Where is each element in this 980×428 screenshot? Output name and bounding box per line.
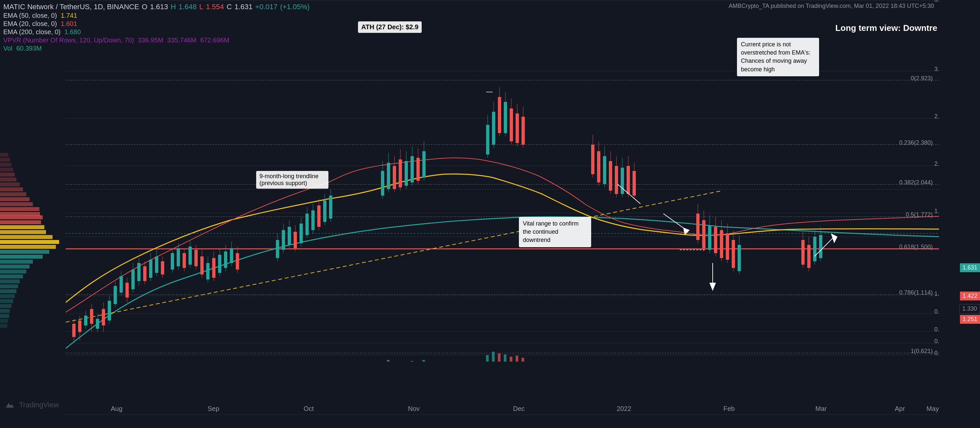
vpvr-svg xyxy=(0,0,66,415)
svg-rect-218 xyxy=(393,363,395,414)
svg-rect-192 xyxy=(155,375,158,414)
svg-rect-306 xyxy=(0,168,13,172)
vpvr-row: VPVR (Number Of Rows, 120, Up/Down, 70) … xyxy=(3,37,310,44)
svg-rect-248 xyxy=(807,372,810,414)
svg-rect-180 xyxy=(84,381,87,414)
svg-rect-205 xyxy=(236,379,239,414)
svg-rect-223 xyxy=(422,360,425,414)
svg-rect-179 xyxy=(78,386,81,414)
svg-rect-204 xyxy=(230,376,232,414)
svg-text:0.600: 0.600 xyxy=(934,350,939,356)
svg-rect-281 xyxy=(0,245,56,249)
svg-rect-311 xyxy=(0,220,41,224)
svg-rect-287 xyxy=(0,275,23,278)
svg-rect-198 xyxy=(194,379,197,414)
ohlc-high-label: H xyxy=(171,3,176,11)
svg-text:0.382(2.044): 0.382(2.044) xyxy=(899,179,933,186)
svg-text:0(2.923): 0(2.923) xyxy=(911,75,933,81)
svg-rect-208 xyxy=(288,375,290,414)
svg-marker-169 xyxy=(710,283,716,291)
svg-rect-243 xyxy=(720,372,722,414)
ohlc-close-label: C xyxy=(227,3,232,11)
svg-text:Apr: Apr xyxy=(895,405,905,412)
svg-rect-194 xyxy=(171,380,173,414)
tradingview-watermark: TradingView xyxy=(3,398,59,412)
ath-text: ATH (27 Dec): $2.9 xyxy=(361,23,418,30)
svg-rect-299 xyxy=(0,202,33,206)
svg-rect-279 xyxy=(0,235,52,239)
svg-rect-190 xyxy=(143,380,146,414)
chart-title: MATIC Network / TetherUS, 1D, BINANCE xyxy=(3,3,139,11)
svg-rect-215 xyxy=(329,371,332,414)
ohlc-low-label: L xyxy=(199,3,203,11)
svg-line-170 xyxy=(815,237,834,256)
vital-range-text: Vital range to confirm the continued dow… xyxy=(523,220,579,243)
svg-text:0.786(1.114): 0.786(1.114) xyxy=(899,289,933,296)
svg-text:1.100: 1.100 xyxy=(934,291,939,297)
ath-annotation: ATH (27 Dec): $2.9 xyxy=(358,21,422,33)
svg-rect-234 xyxy=(609,366,611,414)
svg-rect-210 xyxy=(299,374,302,414)
svg-text:2022: 2022 xyxy=(617,405,632,412)
svg-text:2.600: 2.600 xyxy=(934,113,939,120)
svg-rect-283 xyxy=(0,255,43,259)
svg-rect-199 xyxy=(200,381,203,414)
svg-rect-197 xyxy=(189,376,191,414)
svg-text:0.800: 0.800 xyxy=(934,326,939,333)
ema200-value: 1.680 xyxy=(64,28,81,35)
svg-rect-290 xyxy=(0,289,16,293)
svg-text:2.200: 2.200 xyxy=(934,160,939,167)
svg-text:1(0.621): 1(0.621) xyxy=(911,348,933,355)
vol-label: Vol xyxy=(3,45,13,52)
svg-text:Oct: Oct xyxy=(304,405,314,412)
svg-rect-188 xyxy=(131,375,134,414)
svg-rect-233 xyxy=(603,364,606,414)
svg-rect-206 xyxy=(276,377,278,414)
svg-rect-297 xyxy=(0,324,7,328)
vpvr-val3: 672.696M xyxy=(200,37,229,44)
svg-text:Sep: Sep xyxy=(208,405,220,412)
price-label-1251: 1.251 xyxy=(960,315,980,324)
svg-rect-282 xyxy=(0,250,49,254)
svg-rect-225 xyxy=(492,352,495,414)
svg-rect-240 xyxy=(702,369,705,414)
vol-value: 60.393M xyxy=(16,45,42,52)
tradingview-logo-icon xyxy=(3,398,16,412)
svg-rect-195 xyxy=(177,378,179,414)
svg-rect-209 xyxy=(294,378,296,414)
svg-text:Nov: Nov xyxy=(408,405,420,412)
svg-rect-285 xyxy=(0,265,30,268)
svg-rect-213 xyxy=(317,375,320,414)
svg-rect-228 xyxy=(510,357,512,414)
svg-rect-232 xyxy=(597,363,600,414)
svg-rect-304 xyxy=(0,177,16,182)
svg-rect-247 xyxy=(801,371,804,414)
ema20-row: EMA (20, close, 0) 1.601 xyxy=(3,20,310,28)
svg-rect-280 xyxy=(0,240,59,244)
svg-rect-226 xyxy=(498,353,501,414)
svg-rect-298 xyxy=(0,207,40,211)
ema200-label: EMA (200, close, 0) xyxy=(3,28,61,35)
longterm-annotation: Long term view: Downtre xyxy=(835,23,937,33)
svg-rect-184 xyxy=(108,380,110,414)
svg-text:Aug: Aug xyxy=(111,405,123,412)
svg-rect-227 xyxy=(504,355,506,414)
current-price-text: Current price is not overstretched from … xyxy=(741,41,811,73)
svg-rect-302 xyxy=(0,187,23,191)
svg-text:3.000: 3.000 xyxy=(934,66,939,72)
svg-text:Mar: Mar xyxy=(816,405,827,412)
svg-text:Dec: Dec xyxy=(513,405,525,412)
longterm-text: Long term view: Downtre xyxy=(835,23,937,33)
svg-rect-294 xyxy=(0,309,10,313)
svg-rect-291 xyxy=(0,294,15,298)
ohlc-change: +0.017 xyxy=(255,3,277,11)
svg-rect-295 xyxy=(0,314,9,318)
svg-rect-292 xyxy=(0,299,13,303)
svg-rect-278 xyxy=(0,230,46,234)
svg-line-21 xyxy=(66,191,722,322)
current-price-value: 1.631 xyxy=(963,264,977,271)
svg-rect-307 xyxy=(0,163,11,167)
vpvr-label: VPVR (Number Of Rows, 120, Up/Down, 70) xyxy=(3,37,134,44)
ema50-value: 1.741 xyxy=(61,12,77,19)
header-title-row: MATIC Network / TetherUS, 1D, BINANCE O … xyxy=(3,3,310,11)
